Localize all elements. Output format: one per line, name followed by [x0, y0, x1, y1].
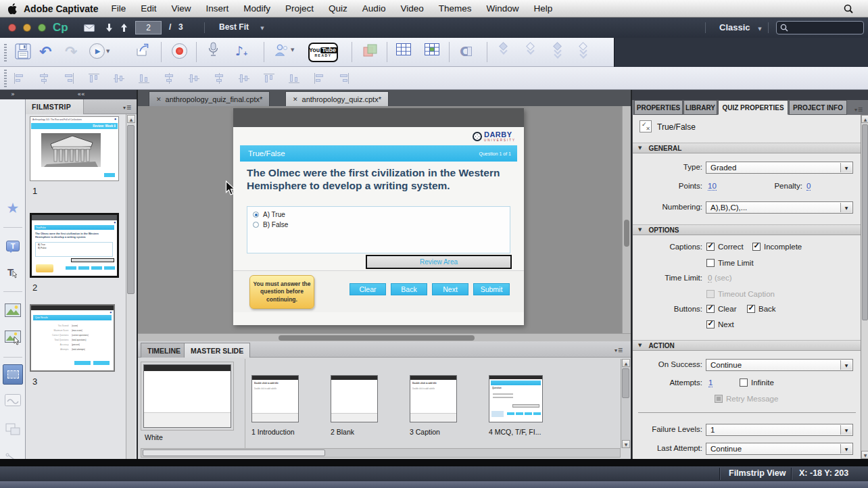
answers-area[interactable]: A) True B) False	[247, 206, 510, 253]
close-tab-icon[interactable]: ✕	[156, 96, 162, 103]
highlight-box-tool-icon[interactable]	[3, 364, 23, 385]
radio-true-selected[interactable]	[253, 212, 259, 218]
collapse-triangle-icon[interactable]: ▼	[638, 227, 642, 233]
penalty-value[interactable]: 0	[806, 182, 811, 191]
app-menu-title[interactable]: Adobe Captivate	[24, 3, 98, 14]
mail-icon[interactable]	[84, 24, 95, 34]
collapse-filmstrip-chevrons-icon[interactable]: ««	[26, 90, 137, 99]
undo-icon[interactable]: ↶	[39, 43, 51, 60]
master-thumb-caption[interactable]: Double click to add title Double click t…	[410, 375, 457, 422]
table-grid-icon[interactable]	[396, 43, 411, 55]
back-checkbox[interactable]	[747, 305, 755, 313]
workspace-search-input[interactable]	[776, 21, 864, 34]
master-thumb-blank[interactable]	[331, 375, 378, 422]
menu-quiz[interactable]: Quiz	[321, 3, 355, 14]
master-scroll-up-icon[interactable]: ▲	[622, 359, 630, 367]
upload-arrow-icon[interactable]	[120, 23, 128, 34]
canvas-horizontal-scrollbar[interactable]	[138, 333, 631, 341]
master-vscrollbar-thumb[interactable]	[622, 368, 629, 398]
zoom-mode-dropdown[interactable]: Best Fit ▼	[219, 22, 264, 32]
smart-shape-tool-icon[interactable]: ★	[3, 198, 23, 218]
question-text[interactable]: The Olmec were the first civilization in…	[247, 166, 517, 192]
insert-image-tool-icon[interactable]	[3, 300, 23, 320]
filmstrip-slide-3[interactable]: ◉ Quiz Results You Scored: (score) Maxim…	[30, 304, 115, 372]
expand-rail-chevrons-icon[interactable]: »	[0, 90, 26, 99]
dropdown-arrow-icon[interactable]: ▼	[840, 425, 852, 435]
view-mode-status[interactable]: Filmstrip View	[729, 468, 786, 478]
master-panel-menu-icon[interactable]	[614, 345, 623, 355]
rollover-image-tool-icon[interactable]	[3, 328, 23, 348]
tab-properties[interactable]: PROPERTIES	[634, 100, 683, 115]
youtube-ready-icon[interactable]: YouTube READY	[308, 43, 338, 62]
points-value[interactable]: 10	[708, 182, 717, 191]
filmstrip-panel-menu-icon[interactable]	[123, 103, 131, 112]
next-checkbox[interactable]	[706, 320, 715, 328]
menu-help[interactable]: Help	[526, 3, 560, 14]
tab-timeline[interactable]: TIMELINE	[141, 343, 187, 358]
tab-library[interactable]: LIBRARY	[683, 100, 717, 115]
filmstrip-scrollbar[interactable]: ▲	[126, 114, 135, 459]
menu-view[interactable]: View	[164, 3, 199, 14]
add-audio-icon[interactable]: ♪+	[235, 43, 247, 58]
master-hscrollbar-thumb[interactable]	[143, 449, 325, 456]
review-area-object[interactable]: Review Area	[366, 255, 512, 269]
infinite-checkbox[interactable]	[740, 379, 748, 387]
master-thumb-mcq[interactable]: Question	[489, 375, 543, 422]
library-assets-icon[interactable]	[362, 43, 377, 58]
characters-icon[interactable]: ▼	[274, 43, 294, 57]
record-icon[interactable]	[172, 43, 187, 59]
menu-window[interactable]: Window	[479, 3, 526, 14]
on-success-dropdown[interactable]: Continue ▼	[706, 359, 853, 371]
question-type-bar[interactable]: True/False Question 1 of 1	[240, 145, 517, 162]
radio-false[interactable]	[253, 222, 259, 228]
minimize-window-button[interactable]	[23, 24, 31, 32]
collapse-triangle-icon[interactable]: ▼	[638, 343, 642, 348]
master-scroll-down-icon[interactable]: ▼	[622, 440, 630, 448]
menu-modify[interactable]: Modify	[236, 3, 278, 14]
workspace-dropdown[interactable]: Classic ▼	[719, 22, 762, 32]
spotlight-search-icon[interactable]	[844, 4, 853, 16]
slide-canvas[interactable]: DARBY UNIVERSITY True/False Question 1 o…	[138, 106, 631, 341]
menu-edit[interactable]: Edit	[133, 3, 164, 14]
redo-icon[interactable]: ↷	[65, 43, 77, 60]
tab-quiz-properties[interactable]: QUIZ PROPERTIES	[718, 100, 788, 115]
canvas-hscrollbar-thumb[interactable]	[279, 335, 475, 341]
panel-scroll-up-icon[interactable]: ▲	[861, 115, 868, 123]
section-options[interactable]: ▼ OPTIONS	[633, 224, 861, 235]
captivate-app-icon[interactable]: C	[460, 43, 472, 59]
collapse-triangle-icon[interactable]: ▼	[638, 145, 642, 151]
canvas-vscrollbar-thumb[interactable]	[624, 220, 629, 247]
menu-audio[interactable]: Audio	[355, 3, 393, 14]
master-panel-hscrollbar[interactable]	[141, 448, 621, 458]
last-attempt-dropdown[interactable]: Continue ▼	[706, 443, 853, 455]
text-entry-box-tool-icon[interactable]: T	[3, 262, 23, 282]
section-action[interactable]: ▼ ACTION	[633, 340, 861, 351]
slide-stage[interactable]: DARBY UNIVERSITY True/False Question 1 o…	[233, 108, 524, 325]
quiz-panel-scrollbar[interactable]: ▲ ▼	[861, 115, 868, 459]
master-thumb-white[interactable]	[143, 364, 231, 428]
table-grid-fill-icon[interactable]	[425, 43, 439, 55]
dropdown-arrow-icon[interactable]: ▼	[840, 203, 852, 212]
submit-button[interactable]: Submit	[473, 283, 510, 295]
dropdown-arrow-icon[interactable]: ▼	[840, 163, 852, 172]
dropdown-arrow-icon[interactable]: ▼	[840, 444, 852, 454]
menu-file[interactable]: File	[103, 3, 133, 14]
back-button[interactable]: Back	[391, 283, 427, 295]
menu-themes[interactable]: Themes	[431, 3, 479, 14]
menu-project[interactable]: Project	[278, 3, 321, 14]
publish-icon[interactable]	[135, 43, 150, 57]
canvas-vertical-scrollbar[interactable]	[622, 106, 631, 333]
align-toolbar-drag-handle[interactable]	[4, 70, 7, 87]
filmstrip-scrollbar-thumb[interactable]	[127, 125, 135, 294]
toolbar-drag-handle[interactable]	[4, 44, 7, 62]
download-arrow-icon[interactable]	[105, 23, 113, 34]
panel-scrollbar-thumb[interactable]	[862, 124, 868, 320]
menu-video[interactable]: Video	[393, 3, 431, 14]
zoom-window-button[interactable]	[38, 24, 46, 32]
numbering-dropdown[interactable]: A),B),C),... ▼	[706, 201, 853, 214]
incomplete-checkbox[interactable]	[752, 243, 761, 251]
clear-button[interactable]: Clear	[349, 283, 386, 295]
answer-option-true[interactable]: A) True	[253, 211, 285, 218]
attempts-value[interactable]: 1	[708, 379, 713, 387]
section-general[interactable]: ▼ GENERAL	[633, 143, 861, 153]
